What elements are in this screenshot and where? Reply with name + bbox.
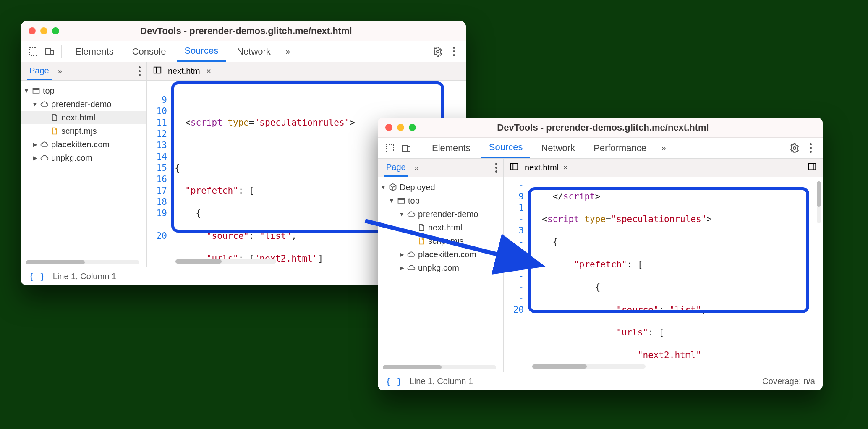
pretty-print-icon[interactable]: { } bbox=[29, 271, 45, 282]
close-file-icon[interactable]: × bbox=[206, 66, 211, 76]
titlebar: DevTools - prerender-demos.glitch.me/nex… bbox=[378, 118, 823, 138]
file-tab-label: next.html bbox=[168, 66, 202, 76]
file-js-icon bbox=[417, 237, 426, 245]
status-bar: { } Line 1, Column 1 Coverage: n/a bbox=[378, 372, 823, 390]
tab-console[interactable]: Console bbox=[125, 41, 174, 62]
tree-row-js[interactable]: script.mjs bbox=[378, 234, 503, 248]
subtab-kebab-icon[interactable] bbox=[139, 66, 141, 76]
frame-icon bbox=[397, 196, 405, 205]
panel-tabs: Elements Sources Network Performance » bbox=[378, 138, 823, 159]
tree-row-domain[interactable]: ▼prerender-demo bbox=[21, 97, 146, 111]
zoom-dot[interactable] bbox=[52, 27, 59, 34]
more-tabs-icon[interactable]: » bbox=[282, 45, 294, 58]
code-body: </script> <script type="speculationrules… bbox=[527, 177, 823, 372]
svg-rect-16 bbox=[398, 198, 405, 203]
toggle-navigator-icon[interactable] bbox=[510, 162, 519, 173]
kebab-icon[interactable] bbox=[804, 142, 817, 154]
kebab-icon[interactable] bbox=[447, 45, 460, 58]
cloud-icon bbox=[40, 154, 49, 162]
svg-rect-1 bbox=[45, 49, 50, 55]
editor-hscroll[interactable] bbox=[532, 364, 646, 369]
tree-row-other1[interactable]: ▶placekitten.com bbox=[378, 248, 503, 261]
gear-icon[interactable] bbox=[788, 142, 801, 154]
editor-hscroll[interactable] bbox=[175, 259, 276, 264]
tree-row-other2[interactable]: ▶unpkg.com bbox=[21, 151, 146, 165]
inspect-icon[interactable] bbox=[384, 142, 396, 154]
subtab-kebab-icon[interactable] bbox=[495, 163, 497, 173]
close-dot[interactable] bbox=[385, 124, 392, 131]
cloud-icon bbox=[407, 250, 416, 259]
tree-row-js[interactable]: script.mjs bbox=[21, 124, 146, 138]
close-dot[interactable] bbox=[29, 27, 36, 34]
page-subtab[interactable]: Page bbox=[27, 62, 52, 80]
tree-row-domain[interactable]: ▼prerender-demo bbox=[378, 207, 503, 221]
tab-elements[interactable]: Elements bbox=[68, 41, 121, 62]
traffic-lights bbox=[29, 27, 59, 34]
svg-rect-4 bbox=[154, 67, 161, 73]
tab-network[interactable]: Network bbox=[533, 138, 583, 158]
device-icon[interactable] bbox=[43, 45, 55, 58]
frame-icon bbox=[32, 86, 40, 95]
traffic-lights bbox=[385, 124, 416, 131]
code-editor[interactable]: - 9 1 - 3 - - 6 - - - 20 </script> <scri… bbox=[504, 177, 823, 372]
tree-row-other1[interactable]: ▶placekitten.com bbox=[21, 138, 146, 151]
window-title: DevTools - prerender-demos.glitch.me/nex… bbox=[420, 122, 786, 133]
minimize-dot[interactable] bbox=[40, 27, 47, 34]
coverage-label: Coverage: n/a bbox=[762, 377, 815, 386]
inspect-icon[interactable] bbox=[27, 45, 39, 58]
close-file-icon[interactable]: × bbox=[563, 163, 568, 173]
more-subtabs-icon[interactable]: » bbox=[58, 66, 62, 76]
file-tab[interactable]: next.html × bbox=[168, 66, 211, 76]
more-tabs-icon[interactable]: » bbox=[657, 142, 670, 154]
cloud-icon bbox=[40, 100, 49, 108]
tree-row-deployed[interactable]: ▼Deployed bbox=[378, 180, 503, 194]
gear-icon[interactable] bbox=[431, 45, 444, 58]
minimize-dot[interactable] bbox=[397, 124, 404, 131]
svg-rect-12 bbox=[511, 164, 518, 170]
svg-rect-0 bbox=[29, 48, 37, 55]
toggle-navigator-icon[interactable] bbox=[153, 65, 162, 77]
gutter: - 9 10 11 12 13 14 15 16 17 18 19 - 20 bbox=[147, 81, 170, 267]
more-subtabs-icon[interactable]: » bbox=[414, 163, 419, 173]
file-icon bbox=[417, 223, 426, 232]
svg-rect-8 bbox=[386, 144, 394, 152]
svg-rect-9 bbox=[402, 145, 407, 151]
tab-performance[interactable]: Performance bbox=[586, 138, 654, 158]
device-icon[interactable] bbox=[400, 142, 412, 154]
file-tab[interactable]: next.html × bbox=[525, 163, 568, 173]
file-icon bbox=[50, 113, 59, 122]
tree-row-top[interactable]: ▼top bbox=[21, 84, 146, 97]
tab-network[interactable]: Network bbox=[229, 41, 278, 62]
svg-rect-2 bbox=[51, 50, 53, 55]
tree-row-other2[interactable]: ▶unpkg.com bbox=[378, 261, 503, 275]
page-subtab[interactable]: Page bbox=[384, 159, 408, 177]
svg-rect-6 bbox=[33, 88, 39, 93]
titlebar: DevTools - prerender-demos.glitch.me/nex… bbox=[21, 21, 466, 41]
tree-hscroll[interactable] bbox=[26, 260, 139, 264]
highlight-box bbox=[528, 187, 809, 313]
cloud-icon bbox=[407, 264, 416, 272]
svg-rect-14 bbox=[809, 164, 816, 170]
file-js-icon bbox=[50, 127, 59, 135]
cube-icon bbox=[389, 183, 397, 191]
file-tab-label: next.html bbox=[525, 163, 559, 173]
tab-sources[interactable]: Sources bbox=[481, 138, 531, 158]
cloud-icon bbox=[407, 210, 416, 218]
svg-point-11 bbox=[793, 147, 796, 149]
svg-rect-10 bbox=[408, 147, 410, 151]
toggle-debugger-icon[interactable] bbox=[808, 162, 817, 173]
tree-row-top[interactable]: ▼top bbox=[378, 194, 503, 207]
window-title: DevTools - prerender-demos.glitch.me/nex… bbox=[63, 26, 429, 37]
tree-hscroll[interactable] bbox=[383, 365, 496, 369]
tab-sources[interactable]: Sources bbox=[177, 41, 226, 62]
tree-row-html[interactable]: next.html bbox=[378, 221, 503, 234]
editor-vscroll[interactable] bbox=[817, 181, 821, 223]
pretty-print-icon[interactable]: { } bbox=[385, 376, 402, 387]
file-tree: ▼top ▼prerender-demo next.html script.mj… bbox=[21, 81, 147, 267]
cursor-pos: Line 1, Column 1 bbox=[53, 272, 116, 281]
tab-elements[interactable]: Elements bbox=[424, 138, 478, 158]
zoom-dot[interactable] bbox=[409, 124, 416, 131]
gutter: - 9 1 - 3 - - 6 - - - 20 bbox=[504, 177, 527, 372]
tree-row-html[interactable]: next.html bbox=[21, 111, 146, 124]
cloud-icon bbox=[40, 140, 49, 149]
